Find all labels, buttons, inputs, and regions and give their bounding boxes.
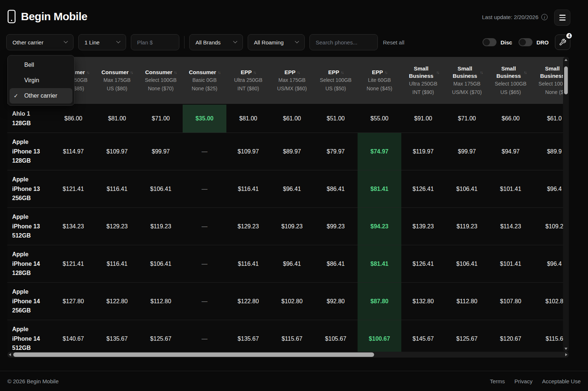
sort-icon[interactable]: ↑↓ <box>297 70 300 75</box>
plan-column-header[interactable]: Consumer↑↓Basic 0GBNone ($25) <box>183 57 226 104</box>
plan-price-input[interactable] <box>131 34 179 50</box>
plan-column-header[interactable]: Consumer↑↓Max 175GBUS ($80) <box>95 57 139 104</box>
plan-tier: Consumer <box>145 69 172 76</box>
price-cell: $127.80 <box>51 283 95 320</box>
price-cell: $92.80 <box>314 283 358 320</box>
footer-link[interactable]: Terms <box>490 378 505 384</box>
carrier-dropdown[interactable]: Other carrier <box>6 34 74 50</box>
settings-wrench-button[interactable]: 4 <box>555 35 570 50</box>
price-cell: $66.00 <box>489 105 533 133</box>
price-cell: $99.97 <box>139 133 183 170</box>
sort-icon[interactable]: ↑↓ <box>174 70 176 75</box>
vertical-scrollbar-thumb[interactable] <box>564 66 568 94</box>
price-cell: $122.80 <box>226 283 270 320</box>
price-cell: $116.41 <box>226 245 270 282</box>
plan-column-header[interactable]: Small Business↑↓Max 175GBUS/MX ($70) <box>445 57 489 104</box>
plan-roaming-price: INT ($80) <box>237 85 259 92</box>
device-name: Apple iPhone 14 256GB <box>7 283 51 320</box>
price-cell: $121.41 <box>51 170 95 207</box>
price-cell: $71.00 <box>139 105 183 133</box>
price-cell: $119.97 <box>401 133 445 170</box>
price-cell: $119.23 <box>139 208 183 245</box>
carrier-menu-item[interactable]: Virgin <box>10 73 72 88</box>
footer-link[interactable]: Privacy <box>514 378 533 384</box>
carrier-option-label: Other carrier <box>24 93 57 99</box>
price-cell: $129.23 <box>226 208 270 245</box>
plan-data: Ultra 250GB <box>234 76 262 84</box>
phone-logo-icon <box>7 10 16 23</box>
table-row: Apple iPhone 13 128GB$114.97$109.97$99.9… <box>7 133 569 170</box>
hamburger-menu-button[interactable] <box>554 10 570 26</box>
price-cell: $125.67 <box>445 320 489 352</box>
price-cell: — <box>183 320 226 352</box>
search-input[interactable] <box>309 34 378 50</box>
price-cell: $74.97 <box>358 133 401 170</box>
roaming-dropdown-value: All Roaming <box>254 39 284 46</box>
plan-data: Basic 0GB <box>192 76 216 84</box>
price-cell: $132.80 <box>401 283 445 320</box>
horizontal-scrollbar-thumb[interactable] <box>13 352 374 357</box>
horizontal-scrollbar[interactable] <box>7 352 569 358</box>
price-cell: $112.80 <box>445 283 489 320</box>
lines-dropdown[interactable]: 1 Line <box>78 34 126 50</box>
carrier-dropdown-value: Other carrier <box>12 39 43 46</box>
table-header-row: Consumer↑↓Ultra 250GBINT ($85)Consumer↑↓… <box>7 57 569 105</box>
brands-dropdown-value: All Brands <box>196 39 220 46</box>
plan-tier: Small Business <box>495 65 522 79</box>
table-body: Ahlo 1 128GB$86.00$81.00$71.00$35.00$81.… <box>7 105 569 352</box>
plan-column-header[interactable]: Small Business↑↓Select 100GBUS ($65) <box>489 57 533 104</box>
sort-icon[interactable]: ↑↓ <box>341 70 343 75</box>
scroll-up-icon[interactable] <box>564 59 567 61</box>
price-cell: — <box>183 245 226 282</box>
sort-icon[interactable]: ↑↓ <box>130 70 133 75</box>
wrench-icon <box>559 39 566 46</box>
device-name: Apple iPhone 13 512GB <box>7 208 51 245</box>
price-cell: $101.41 <box>489 245 533 282</box>
carrier-menu-item[interactable]: Bell <box>10 57 72 73</box>
dro-toggle[interactable] <box>519 38 533 46</box>
plan-data: Select 100GB <box>320 76 351 84</box>
sort-icon[interactable]: ↑↓ <box>524 70 526 75</box>
price-cell: $61.00 <box>270 105 314 133</box>
sort-icon[interactable]: ↑↓ <box>218 70 220 75</box>
plan-column-header[interactable]: Small Business↑↓Ultra 250GBINT ($90) <box>401 57 445 104</box>
plan-roaming-price: None ($25) <box>191 85 217 92</box>
price-cell: $125.67 <box>139 320 183 352</box>
price-cell: $135.67 <box>95 320 139 352</box>
sort-icon[interactable]: ↑↓ <box>384 70 387 75</box>
price-cell: $86.00 <box>51 105 95 133</box>
vertical-scrollbar[interactable] <box>563 57 569 352</box>
scroll-down-icon[interactable] <box>564 348 567 350</box>
price-cell: $109.97 <box>95 133 139 170</box>
roaming-dropdown[interactable]: All Roaming <box>248 34 305 50</box>
price-cell: $81.41 <box>358 170 401 207</box>
price-cell: $145.67 <box>401 320 445 352</box>
carrier-option-label: Bell <box>24 62 34 68</box>
price-cell: $134.23 <box>51 208 95 245</box>
sort-icon[interactable]: ↑↓ <box>436 70 439 75</box>
plan-column-header[interactable]: Consumer↑↓Select 100GBNone ($70) <box>139 57 183 104</box>
brands-dropdown[interactable]: All Brands <box>189 34 243 50</box>
scroll-right-icon[interactable] <box>565 353 567 356</box>
plan-column-header[interactable]: EPP↑↓Max 175GBUS/MX ($60) <box>270 57 314 104</box>
sort-icon[interactable]: ↑↓ <box>253 70 256 75</box>
sort-icon[interactable]: ↑↓ <box>86 70 89 75</box>
hamburger-icon <box>559 15 566 16</box>
sort-icon[interactable]: ↑↓ <box>480 70 483 75</box>
footer-link[interactable]: Acceptable Use <box>542 378 581 384</box>
scroll-left-icon[interactable] <box>9 353 11 356</box>
price-cell: — <box>183 283 226 320</box>
reset-all-button[interactable]: Reset all <box>383 39 404 46</box>
price-cell: $106.41 <box>139 170 183 207</box>
price-cell: $79.97 <box>314 133 358 170</box>
plan-column-header[interactable]: EPP↑↓Lite 60GBNone ($45) <box>358 57 401 104</box>
last-update-text: Last update: 2/20/2026 <box>482 14 538 20</box>
footer: © 2026 Begin Mobile TermsPrivacyAcceptab… <box>0 371 588 391</box>
plan-column-header[interactable]: EPP↑↓Select 100GBUS ($50) <box>314 57 358 104</box>
info-icon[interactable]: i <box>541 14 548 20</box>
plan-data: Lite 60GB <box>368 76 391 84</box>
carrier-menu-item[interactable]: ✓Other carrier <box>10 88 72 104</box>
footer-links: TermsPrivacyAcceptable Use <box>490 378 581 384</box>
plan-column-header[interactable]: EPP↑↓Ultra 250GBINT ($80) <box>226 57 270 104</box>
disc-toggle[interactable] <box>483 38 496 46</box>
